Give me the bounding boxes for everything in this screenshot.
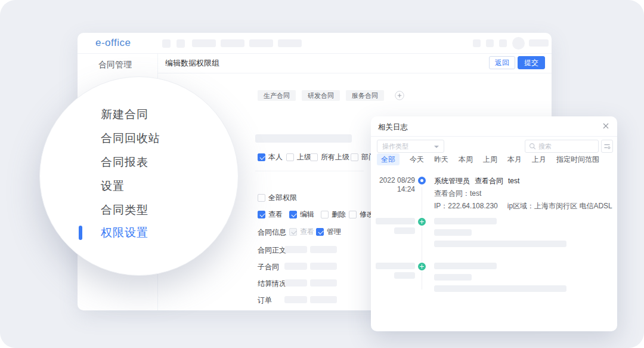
sidebar-item-recycle-bin[interactable]: 合同回收站 xyxy=(101,131,160,146)
info-view-option: 查看 xyxy=(289,227,314,237)
divider xyxy=(255,171,364,171)
toolbar-icon-placeholder[interactable] xyxy=(473,39,481,47)
checkbox-icon[interactable] xyxy=(321,211,329,218)
log-view-dot-icon xyxy=(418,177,426,184)
username-placeholder[interactable] xyxy=(529,39,549,47)
divider xyxy=(158,73,552,73)
option-placeholder xyxy=(284,263,307,270)
close-icon xyxy=(602,122,610,130)
active-indicator xyxy=(79,226,82,240)
row-label: 子合同 xyxy=(258,262,279,272)
log-entry-ip: IP：222.64.108.230 xyxy=(434,202,498,210)
checkbox-icon[interactable] xyxy=(258,153,265,161)
checkbox-icon[interactable] xyxy=(349,211,357,218)
filter-icon xyxy=(603,143,611,150)
log-entry-detail: 查看合同：test xyxy=(434,189,481,199)
submit-button[interactable]: 提交 xyxy=(518,56,545,69)
tab-today[interactable]: 今天 xyxy=(410,153,424,165)
sidebar-item-permission-settings[interactable]: 权限设置 xyxy=(101,225,148,241)
option-placeholder xyxy=(284,246,307,253)
option-placeholder xyxy=(310,279,337,287)
log-entry-region: ip区域：上海市闵行区 电信ADSL xyxy=(507,202,612,210)
checkbox-icon[interactable] xyxy=(316,228,324,236)
search-input[interactable] xyxy=(538,143,592,150)
tag-chip[interactable]: 服务合同 xyxy=(346,90,384,101)
log-text-placeholder xyxy=(434,285,566,292)
nav-item-placeholder[interactable] xyxy=(249,39,273,47)
plus-circle-icon xyxy=(395,91,404,100)
tab-custom-range[interactable]: 指定时间范围 xyxy=(556,153,599,165)
all-permission-option[interactable]: 全部权限 xyxy=(258,193,297,203)
checkbox-icon[interactable] xyxy=(258,211,265,218)
scope-option-all-superiors[interactable]: 所有上级 xyxy=(310,152,349,162)
avatar[interactable] xyxy=(512,37,525,50)
tab-yesterday[interactable]: 昨天 xyxy=(434,153,448,165)
checkbox-icon[interactable] xyxy=(286,153,294,161)
tab-this-week[interactable]: 本周 xyxy=(459,153,473,165)
time-filter-tabs: 全部 今天 昨天 本周 上周 本月 上月 指定时间范围 xyxy=(377,153,599,165)
page-title: 编辑数据权限组 xyxy=(165,58,219,69)
checkbox-icon[interactable] xyxy=(289,211,297,218)
tab-last-week[interactable]: 上周 xyxy=(483,153,497,165)
action-option-edit[interactable]: 编辑 xyxy=(289,210,314,220)
toolbar-icon-placeholder[interactable] xyxy=(486,39,494,47)
log-add-dot-icon xyxy=(418,263,426,270)
sidebar-title: 合同管理 xyxy=(98,60,132,70)
tab-all[interactable]: 全部 xyxy=(377,153,400,165)
log-add-dot-icon xyxy=(418,218,426,226)
sidebar-item-settings[interactable]: 设置 xyxy=(101,178,125,194)
info-manage-option[interactable]: 管理 xyxy=(316,227,341,237)
nav-icon-placeholder[interactable] xyxy=(162,39,171,48)
row-label: 订单 xyxy=(258,295,272,306)
sidebar-item-new-contract[interactable]: 新建合同 xyxy=(101,107,148,122)
section-placeholder xyxy=(255,134,352,143)
log-time-placeholder xyxy=(394,227,415,234)
action-option-view[interactable]: 查看 xyxy=(258,210,283,220)
tab-last-month[interactable]: 上月 xyxy=(532,153,546,165)
log-text-placeholder xyxy=(434,229,472,236)
search-icon xyxy=(529,143,536,150)
row-label: 合同信息 xyxy=(258,227,286,238)
log-entry-date: 2022 08/29 xyxy=(374,176,415,184)
close-button[interactable] xyxy=(602,122,611,131)
filter-button[interactable] xyxy=(601,140,613,153)
nav-item-placeholder[interactable] xyxy=(221,39,244,47)
log-entry-time: 14:24 xyxy=(374,185,415,193)
toolbar-icon-placeholder[interactable] xyxy=(499,39,507,47)
tab-this-month[interactable]: 本月 xyxy=(507,153,522,165)
log-date-placeholder xyxy=(376,263,415,269)
action-option-delete[interactable]: 删除 xyxy=(321,210,346,220)
row-label: 合同正文 xyxy=(258,245,286,255)
log-panel-title: 相关日志 xyxy=(378,122,408,133)
scope-option-self[interactable]: 本人 xyxy=(258,152,283,162)
log-time-placeholder xyxy=(394,272,415,279)
sidebar-item-contract-type[interactable]: 合同类型 xyxy=(101,202,148,218)
divider xyxy=(371,136,617,137)
log-panel: 相关日志 操作类型 全部 今天 昨天 xyxy=(371,116,617,331)
log-entry-title: 系统管理员查看合同test xyxy=(434,176,519,186)
tag-chip[interactable]: 研发合同 xyxy=(302,90,340,101)
option-placeholder xyxy=(310,263,337,270)
timeline-line xyxy=(422,187,422,290)
checkbox-icon[interactable] xyxy=(258,194,265,202)
add-tag-button[interactable] xyxy=(395,91,404,100)
log-text-placeholder xyxy=(434,241,566,247)
checkbox-icon[interactable] xyxy=(310,153,318,161)
scope-option-superior[interactable]: 上级 xyxy=(286,152,311,162)
chevron-down-icon xyxy=(434,146,439,148)
app-logo: e-office xyxy=(95,37,131,49)
search-box[interactable] xyxy=(525,140,599,153)
back-button[interactable]: 返回 xyxy=(489,56,515,69)
option-placeholder xyxy=(310,296,337,303)
sidebar-item-contract-report[interactable]: 合同报表 xyxy=(101,155,148,170)
checkbox-icon[interactable] xyxy=(351,153,358,161)
tag-chip[interactable]: 生产合同 xyxy=(258,90,296,101)
operation-type-select[interactable]: 操作类型 xyxy=(377,140,444,153)
checkbox-icon xyxy=(289,228,297,236)
nav-item-placeholder[interactable] xyxy=(192,39,216,47)
screen: e-office 合同管理 编辑数据权限组 返回 提交 生产合同 研发合同 服务… xyxy=(0,0,644,348)
nav-icon-placeholder[interactable] xyxy=(177,39,185,48)
row-label: 结算情况 xyxy=(258,279,286,289)
nav-item-placeholder[interactable] xyxy=(278,39,302,47)
contract-type-tags: 生产合同 研发合同 服务合同 xyxy=(258,90,404,101)
